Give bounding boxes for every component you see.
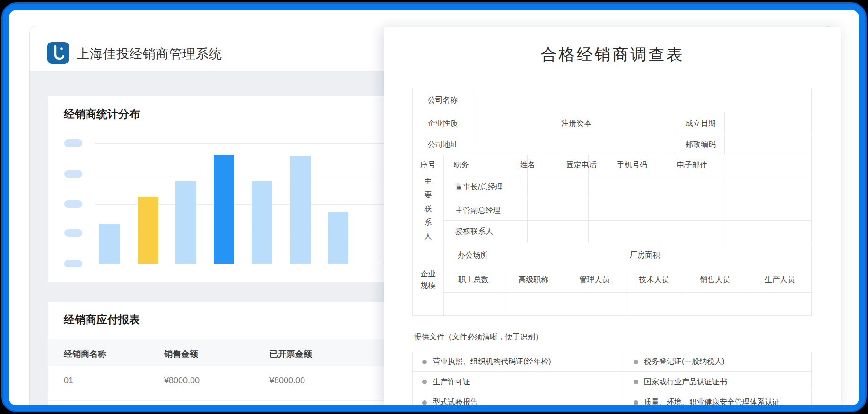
label-company-name: 公司名称 bbox=[413, 88, 473, 112]
screenshot-canvas: 上海佳投经销商管理系统 经销商统计分布 经销商应付报表 经销商名称 销售金额 bbox=[0, 0, 868, 414]
doc-item: 国家或行业产品认证证书 bbox=[624, 372, 812, 392]
contact-input[interactable] bbox=[528, 221, 589, 243]
doc-item: 型式试验报告 bbox=[413, 392, 624, 405]
contact-header-labels: 序号 职务 姓名 固定电话 手机号码 电子邮件 bbox=[413, 155, 812, 174]
survey-form-table: 公司名称 企业性质 注册资本 成立日期 公司地址 邮政编码 bbox=[412, 88, 812, 316]
label-nature: 企业性质 bbox=[413, 112, 473, 135]
stage: 上海佳投经销商管理系统 经销商统计分布 经销商应付报表 经销商名称 销售金额 bbox=[9, 10, 859, 405]
scale-group-label: 企业规模 bbox=[413, 243, 444, 316]
scale-input[interactable] bbox=[747, 293, 812, 316]
axis-tick-skeleton-pill bbox=[64, 260, 82, 267]
device-frame-outline: 上海佳投经销商管理系统 经销商统计分布 经销商应付报表 经销商名称 销售金额 bbox=[1, 2, 867, 412]
chart-bar bbox=[214, 155, 234, 264]
chart-bar bbox=[175, 181, 196, 264]
label-postal: 邮政编码 bbox=[677, 135, 725, 155]
contact-role-chairman: 董事长/总经理 bbox=[444, 174, 528, 200]
device-frame: 上海佳投经销商管理系统 经销商统计分布 经销商应付报表 经销商名称 销售金额 bbox=[3, 4, 865, 411]
scale-col-managers: 管理人员 bbox=[564, 267, 625, 293]
contact-input[interactable] bbox=[660, 174, 725, 200]
bullet-icon bbox=[422, 400, 427, 405]
chart-bar bbox=[252, 181, 272, 264]
scale-col-production: 生产人员 bbox=[747, 267, 812, 293]
survey-form-title: 合格经销商调查表 bbox=[384, 44, 841, 66]
input-nature[interactable] bbox=[473, 112, 550, 135]
contact-input[interactable] bbox=[528, 174, 589, 200]
contact-input[interactable] bbox=[725, 174, 812, 200]
payables-row-sales: ¥8000.00 bbox=[164, 376, 200, 386]
app-logo-icon bbox=[47, 42, 69, 64]
label-address: 公司地址 bbox=[413, 135, 473, 155]
input-address[interactable] bbox=[473, 135, 677, 155]
contact-input[interactable] bbox=[660, 200, 725, 221]
contact-col-seq: 序号 bbox=[420, 160, 435, 170]
contact-col-title: 职务 bbox=[454, 160, 469, 170]
contact-input[interactable] bbox=[725, 200, 812, 221]
contact-input[interactable] bbox=[589, 174, 660, 200]
contact-col-tel: 固定电话 bbox=[566, 160, 597, 170]
input-founded[interactable] bbox=[725, 112, 812, 135]
contact-input[interactable] bbox=[660, 221, 725, 243]
label-reg-capital: 注册资本 bbox=[550, 112, 603, 135]
contact-role-vp: 主管副总经理 bbox=[444, 200, 528, 221]
scale-input[interactable] bbox=[625, 293, 683, 316]
chart-bar bbox=[328, 212, 348, 264]
scale-input[interactable] bbox=[444, 293, 503, 316]
scale-office: 办公场所 bbox=[444, 243, 617, 267]
scale-col-total-staff: 职工总数 bbox=[444, 267, 503, 293]
contact-col-mobile: 手机号码 bbox=[617, 160, 647, 170]
contact-role-authorized: 授权联系人 bbox=[444, 221, 528, 243]
payables-row-invoiced: ¥8000.00 bbox=[269, 376, 305, 386]
label-founded: 成立日期 bbox=[677, 112, 725, 135]
app-title: 上海佳投经销商管理系统 bbox=[77, 45, 222, 62]
contact-col-email: 电子邮件 bbox=[677, 160, 707, 170]
bullet-icon bbox=[634, 380, 638, 384]
doc-item: 生产许可证 bbox=[413, 372, 624, 392]
doc-item: 质量、环境、职业健康安全管理体系认证 bbox=[624, 392, 812, 405]
page-viewport: 上海佳投经销商管理系统 经销商统计分布 经销商应付报表 经销商名称 销售金额 bbox=[9, 10, 859, 405]
axis-tick-skeleton-pill bbox=[64, 229, 82, 237]
axis-tick-skeleton-pill bbox=[64, 170, 82, 178]
payables-card-title: 经销商应付报表 bbox=[64, 312, 140, 327]
docs-table: 营业执照、组织机构代码证(经年检) 税务登记证(一般纳税人) 生产许可证 国家或… bbox=[412, 352, 812, 405]
payables-row-dealer: 01 bbox=[64, 376, 73, 386]
scale-input[interactable] bbox=[503, 293, 564, 316]
chart-bar bbox=[138, 197, 158, 264]
contact-col-name: 姓名 bbox=[520, 160, 535, 170]
contact-input[interactable] bbox=[589, 200, 660, 221]
contact-input[interactable] bbox=[725, 221, 812, 243]
scale-col-senior: 高级职称 bbox=[503, 267, 564, 293]
scale-plant-area: 厂房面积 bbox=[617, 243, 812, 267]
scale-input[interactable] bbox=[683, 293, 747, 316]
payables-col-dealer: 经销商名称 bbox=[64, 348, 106, 360]
contact-group-label: 主要联系人 bbox=[413, 174, 444, 243]
chart-bar bbox=[290, 156, 311, 264]
axis-tick-skeleton-pill bbox=[64, 139, 82, 147]
bullet-icon bbox=[422, 380, 427, 384]
chart-card-title: 经销商统计分布 bbox=[64, 107, 140, 121]
scale-col-sales: 销售人员 bbox=[683, 267, 747, 293]
input-company-name[interactable] bbox=[473, 88, 812, 112]
doc-item: 营业执照、组织机构代码证(经年检) bbox=[413, 352, 624, 372]
bullet-icon bbox=[634, 400, 638, 405]
scale-input[interactable] bbox=[564, 293, 625, 316]
axis-tick-skeleton-pill bbox=[64, 200, 82, 208]
docs-heading: 提供文件（文件必须清晰，便于识别） bbox=[414, 332, 543, 342]
doc-item: 税务登记证(一般纳税人) bbox=[624, 352, 812, 372]
payables-col-sales: 销售金额 bbox=[164, 348, 198, 360]
input-reg-capital[interactable] bbox=[603, 112, 677, 135]
input-postal[interactable] bbox=[725, 135, 812, 155]
payables-col-invoiced: 已开票金额 bbox=[269, 348, 312, 360]
scale-col-tech: 技术人员 bbox=[625, 267, 683, 293]
contact-input[interactable] bbox=[528, 200, 589, 221]
bullet-icon bbox=[634, 360, 638, 364]
logo-t-icon bbox=[47, 42, 69, 64]
contact-input[interactable] bbox=[589, 221, 660, 243]
bullet-icon bbox=[422, 360, 427, 364]
chart-bar bbox=[99, 224, 120, 264]
